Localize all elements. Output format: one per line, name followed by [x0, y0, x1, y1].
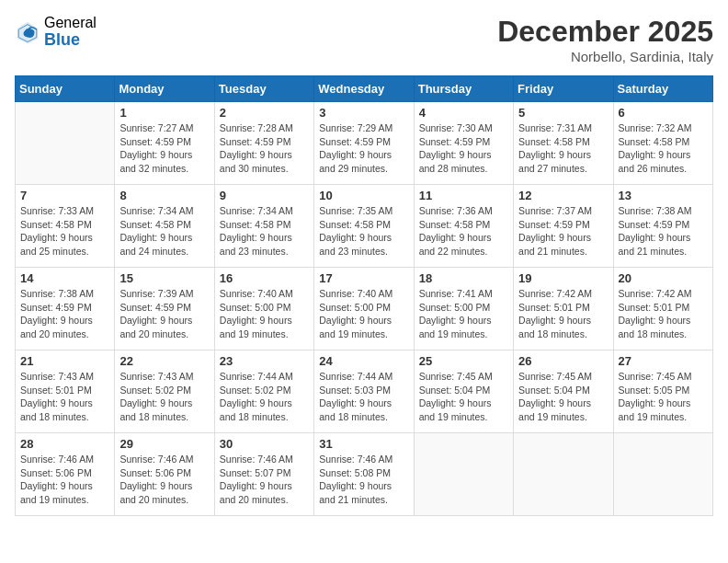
calendar-cell: 4Sunrise: 7:30 AMSunset: 4:59 PMDaylight… — [414, 102, 513, 185]
day-info: Sunrise: 7:38 AMSunset: 4:59 PMDaylight:… — [20, 287, 109, 341]
day-info: Sunrise: 7:28 AMSunset: 4:59 PMDaylight:… — [220, 121, 309, 176]
week-row-2: 7Sunrise: 7:33 AMSunset: 4:58 PMDaylight… — [16, 185, 713, 268]
calendar-cell: 25Sunrise: 7:45 AMSunset: 5:04 PMDayligh… — [414, 350, 513, 433]
day-number: 27 — [619, 354, 708, 368]
calendar-header-row: SundayMondayTuesdayWednesdayThursdayFrid… — [16, 76, 713, 102]
day-number: 30 — [220, 437, 309, 451]
day-number: 6 — [619, 106, 708, 120]
day-number: 19 — [518, 271, 608, 285]
calendar-cell: 23Sunrise: 7:44 AMSunset: 5:02 PMDayligh… — [214, 350, 313, 433]
day-info: Sunrise: 7:43 AMSunset: 5:01 PMDaylight:… — [20, 370, 109, 424]
calendar-cell: 30Sunrise: 7:46 AMSunset: 5:07 PMDayligh… — [214, 433, 313, 516]
calendar-cell: 24Sunrise: 7:44 AMSunset: 5:03 PMDayligh… — [314, 350, 414, 433]
week-row-5: 28Sunrise: 7:46 AMSunset: 5:06 PMDayligh… — [16, 433, 713, 516]
calendar-cell: 29Sunrise: 7:46 AMSunset: 5:06 PMDayligh… — [115, 433, 214, 516]
calendar-cell: 15Sunrise: 7:39 AMSunset: 4:59 PMDayligh… — [115, 268, 214, 350]
day-number: 18 — [419, 271, 508, 285]
day-info: Sunrise: 7:46 AMSunset: 5:07 PMDaylight:… — [220, 453, 309, 507]
day-info: Sunrise: 7:46 AMSunset: 5:06 PMDaylight:… — [20, 453, 109, 507]
day-info: Sunrise: 7:40 AMSunset: 5:00 PMDaylight:… — [319, 287, 408, 341]
calendar-cell: 17Sunrise: 7:40 AMSunset: 5:00 PMDayligh… — [314, 268, 414, 350]
calendar-cell: 20Sunrise: 7:42 AMSunset: 5:01 PMDayligh… — [613, 268, 712, 350]
day-info: Sunrise: 7:45 AMSunset: 5:04 PMDaylight:… — [419, 370, 508, 424]
day-number: 28 — [20, 437, 109, 451]
day-info: Sunrise: 7:37 AMSunset: 4:59 PMDaylight:… — [518, 204, 608, 259]
calendar-cell — [414, 433, 513, 516]
title-block: December 2025 Norbello, Sardinia, Italy — [497, 15, 713, 64]
week-row-3: 14Sunrise: 7:38 AMSunset: 4:59 PMDayligh… — [16, 268, 713, 350]
day-info: Sunrise: 7:44 AMSunset: 5:02 PMDaylight:… — [220, 370, 309, 424]
calendar-cell: 3Sunrise: 7:29 AMSunset: 4:59 PMDaylight… — [314, 102, 414, 185]
calendar-cell: 8Sunrise: 7:34 AMSunset: 4:58 PMDaylight… — [115, 185, 214, 268]
calendar-cell: 9Sunrise: 7:34 AMSunset: 4:58 PMDaylight… — [214, 185, 313, 268]
calendar-cell: 12Sunrise: 7:37 AMSunset: 4:59 PMDayligh… — [514, 185, 613, 268]
day-info: Sunrise: 7:31 AMSunset: 4:58 PMDaylight:… — [518, 121, 608, 176]
column-header-sunday: Sunday — [16, 76, 115, 102]
page-header: General Blue December 2025 Norbello, Sar… — [15, 15, 713, 64]
calendar-cell: 1Sunrise: 7:27 AMSunset: 4:59 PMDaylight… — [115, 102, 214, 185]
column-header-tuesday: Tuesday — [214, 76, 313, 102]
calendar-cell: 7Sunrise: 7:33 AMSunset: 4:58 PMDaylight… — [16, 185, 115, 268]
calendar-cell: 26Sunrise: 7:45 AMSunset: 5:04 PMDayligh… — [514, 350, 613, 433]
day-number: 4 — [419, 106, 508, 120]
day-info: Sunrise: 7:42 AMSunset: 5:01 PMDaylight:… — [619, 287, 708, 341]
calendar-cell: 22Sunrise: 7:43 AMSunset: 5:02 PMDayligh… — [115, 350, 214, 433]
column-header-wednesday: Wednesday — [314, 76, 414, 102]
day-number: 29 — [119, 437, 209, 451]
logo-general: General — [44, 15, 97, 31]
day-info: Sunrise: 7:36 AMSunset: 4:58 PMDaylight:… — [419, 204, 508, 259]
calendar-cell: 10Sunrise: 7:35 AMSunset: 4:58 PMDayligh… — [314, 185, 414, 268]
day-number: 26 — [518, 354, 608, 368]
day-info: Sunrise: 7:45 AMSunset: 5:04 PMDaylight:… — [518, 370, 608, 424]
week-row-4: 21Sunrise: 7:43 AMSunset: 5:01 PMDayligh… — [16, 350, 713, 433]
day-number: 3 — [319, 106, 408, 120]
logo-icon — [15, 19, 40, 45]
calendar-cell: 19Sunrise: 7:42 AMSunset: 5:01 PMDayligh… — [514, 268, 613, 350]
day-info: Sunrise: 7:34 AMSunset: 4:58 PMDaylight:… — [220, 204, 309, 259]
day-info: Sunrise: 7:38 AMSunset: 4:59 PMDaylight:… — [619, 204, 708, 259]
day-info: Sunrise: 7:32 AMSunset: 4:58 PMDaylight:… — [619, 121, 708, 176]
day-number: 31 — [319, 437, 408, 451]
day-info: Sunrise: 7:29 AMSunset: 4:59 PMDaylight:… — [319, 121, 408, 176]
day-info: Sunrise: 7:46 AMSunset: 5:08 PMDaylight:… — [319, 453, 408, 507]
day-info: Sunrise: 7:45 AMSunset: 5:05 PMDaylight:… — [619, 370, 708, 424]
calendar-cell: 28Sunrise: 7:46 AMSunset: 5:06 PMDayligh… — [16, 433, 115, 516]
day-number: 21 — [20, 354, 109, 368]
calendar-cell: 6Sunrise: 7:32 AMSunset: 4:58 PMDaylight… — [613, 102, 712, 185]
calendar-table: SundayMondayTuesdayWednesdayThursdayFrid… — [15, 75, 713, 516]
day-info: Sunrise: 7:35 AMSunset: 4:58 PMDaylight:… — [319, 204, 408, 259]
calendar-cell: 21Sunrise: 7:43 AMSunset: 5:01 PMDayligh… — [16, 350, 115, 433]
calendar-cell — [16, 102, 115, 185]
column-header-friday: Friday — [514, 76, 613, 102]
calendar-cell: 27Sunrise: 7:45 AMSunset: 5:05 PMDayligh… — [613, 350, 712, 433]
day-number: 24 — [319, 354, 408, 368]
month-title: December 2025 — [497, 15, 713, 49]
day-number: 16 — [220, 271, 309, 285]
calendar-cell: 11Sunrise: 7:36 AMSunset: 4:58 PMDayligh… — [414, 185, 513, 268]
day-number: 1 — [119, 106, 209, 120]
day-info: Sunrise: 7:46 AMSunset: 5:06 PMDaylight:… — [119, 453, 209, 507]
day-number: 23 — [220, 354, 309, 368]
day-info: Sunrise: 7:41 AMSunset: 5:00 PMDaylight:… — [419, 287, 508, 341]
day-number: 7 — [20, 189, 109, 202]
calendar-cell: 2Sunrise: 7:28 AMSunset: 4:59 PMDaylight… — [214, 102, 313, 185]
calendar-cell: 14Sunrise: 7:38 AMSunset: 4:59 PMDayligh… — [16, 268, 115, 350]
day-info: Sunrise: 7:39 AMSunset: 4:59 PMDaylight:… — [119, 287, 209, 341]
day-number: 2 — [220, 106, 309, 120]
logo-text: General Blue — [44, 15, 97, 49]
location: Norbello, Sardinia, Italy — [497, 49, 713, 64]
day-number: 5 — [518, 106, 608, 120]
day-info: Sunrise: 7:42 AMSunset: 5:01 PMDaylight:… — [518, 287, 608, 341]
calendar-cell — [613, 433, 712, 516]
day-info: Sunrise: 7:44 AMSunset: 5:03 PMDaylight:… — [319, 370, 408, 424]
day-number: 20 — [619, 271, 708, 285]
calendar-cell: 18Sunrise: 7:41 AMSunset: 5:00 PMDayligh… — [414, 268, 513, 350]
day-number: 12 — [518, 189, 608, 202]
logo-blue: Blue — [44, 31, 97, 50]
calendar-cell — [514, 433, 613, 516]
calendar-cell: 16Sunrise: 7:40 AMSunset: 5:00 PMDayligh… — [214, 268, 313, 350]
column-header-thursday: Thursday — [414, 76, 513, 102]
column-header-monday: Monday — [115, 76, 214, 102]
day-number: 22 — [119, 354, 209, 368]
day-number: 10 — [319, 189, 408, 202]
